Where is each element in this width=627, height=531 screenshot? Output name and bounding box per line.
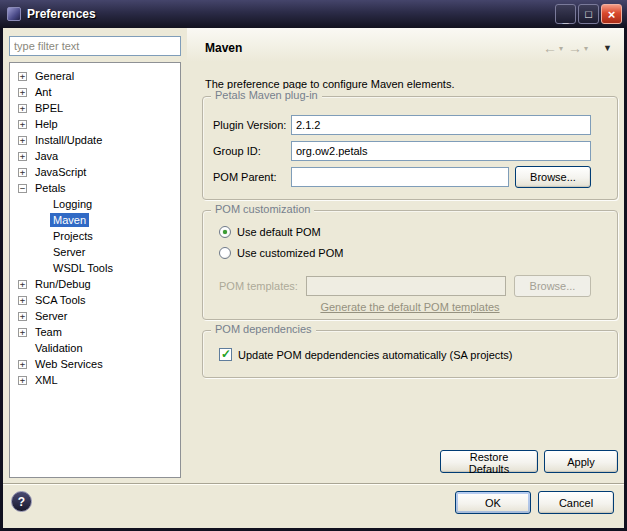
plus-expander-icon[interactable]: + — [18, 296, 27, 305]
tree-item-label[interactable]: Team — [32, 325, 65, 339]
page-title: Maven — [205, 41, 242, 55]
tree-item-label[interactable]: BPEL — [32, 101, 66, 115]
plus-expander-icon[interactable]: + — [18, 360, 27, 369]
tree-item-label[interactable]: Install/Update — [32, 133, 105, 147]
tree-item-label[interactable]: Java — [32, 149, 61, 163]
tree-item-logging[interactable]: Logging — [10, 196, 180, 212]
apply-button[interactable]: Apply — [544, 450, 618, 473]
tree-item-install-update[interactable]: +Install/Update — [10, 132, 180, 148]
back-dropdown-icon[interactable]: ▾ — [559, 44, 563, 53]
tree-item-web-services[interactable]: +Web Services — [10, 356, 180, 372]
tree-item-label[interactable]: General — [32, 69, 77, 83]
tree-item-validation[interactable]: Validation — [10, 340, 180, 356]
plus-expander-icon[interactable]: + — [18, 136, 27, 145]
tree-item-java[interactable]: +Java — [10, 148, 180, 164]
plus-expander-icon[interactable]: + — [18, 152, 27, 161]
tree-item-server[interactable]: Server — [10, 244, 180, 260]
tree-item-petals[interactable]: −Petals — [10, 180, 180, 196]
plus-expander-icon[interactable]: + — [18, 312, 27, 321]
restore-defaults-button[interactable]: Restore Defaults — [440, 450, 538, 473]
tree-item-server[interactable]: +Server — [10, 308, 180, 324]
preferences-tree: +General+Ant+BPEL+Help+Install/Update+Ja… — [9, 62, 181, 478]
tree-item-label[interactable]: XML — [32, 373, 61, 387]
tree-item-label[interactable]: Ant — [32, 85, 55, 99]
group-id-input[interactable] — [291, 141, 591, 161]
expander-spacer — [36, 232, 45, 241]
tree-item-label[interactable]: Validation — [32, 341, 86, 355]
plugin-version-label: Plugin Version: — [213, 119, 291, 131]
forward-dropdown-icon[interactable]: ▾ — [584, 44, 588, 53]
radio-label: Use default POM — [237, 226, 321, 238]
tree-item-label[interactable]: Maven — [50, 213, 89, 227]
update-pom-dependencies-checkbox[interactable]: Update POM depdendencies automatically (… — [219, 348, 513, 361]
pom-templates-input — [306, 276, 506, 296]
tree-item-bpel[interactable]: +BPEL — [10, 100, 180, 116]
minimize-button[interactable]: _ — [555, 4, 576, 24]
tree-item-general[interactable]: +General — [10, 68, 180, 84]
tree-item-wsdl-tools[interactable]: WSDL Tools — [10, 260, 180, 276]
tree-item-label[interactable]: Web Services — [32, 357, 106, 371]
pom-templates-label: POM templates: — [219, 280, 306, 292]
plus-expander-icon[interactable]: + — [18, 168, 27, 177]
tree-item-xml[interactable]: +XML — [10, 372, 180, 388]
tree-item-label[interactable]: JavaScript — [32, 165, 89, 179]
pom-parent-browse-button[interactable]: Browse... — [515, 166, 591, 188]
cancel-button[interactable]: Cancel — [538, 491, 614, 514]
use-customized-pom-radio[interactable]: Use customized POM — [219, 247, 343, 259]
tree-item-label[interactable]: Server — [50, 245, 88, 259]
radio-unselected-icon — [219, 247, 231, 259]
tree-item-javascript[interactable]: +JavaScript — [10, 164, 180, 180]
group-title: POM dependencies — [211, 323, 316, 335]
use-default-pom-radio[interactable]: Use default POM — [219, 226, 321, 238]
tree-item-label[interactable]: WSDL Tools — [50, 261, 116, 275]
pom-templates-row: POM templates: Browse... — [219, 275, 591, 297]
radio-label: Use customized POM — [237, 247, 343, 259]
filter-input[interactable] — [9, 36, 181, 56]
plus-expander-icon[interactable]: + — [18, 328, 27, 337]
expander-spacer — [36, 264, 45, 273]
ok-button[interactable]: OK — [455, 491, 531, 514]
plus-expander-icon[interactable]: + — [18, 88, 27, 97]
plugin-version-input[interactable] — [291, 115, 591, 135]
tree-item-run-debug[interactable]: +Run/Debug — [10, 276, 180, 292]
pom-parent-input[interactable] — [291, 167, 509, 187]
tree-item-sca-tools[interactable]: +SCA Tools — [10, 292, 180, 308]
plus-expander-icon[interactable]: + — [18, 376, 27, 385]
tree-item-label[interactable]: Server — [32, 309, 70, 323]
tree-item-help[interactable]: +Help — [10, 116, 180, 132]
tree-item-label[interactable]: SCA Tools — [32, 293, 89, 307]
expander-spacer — [36, 248, 45, 257]
checkbox-checked-icon — [219, 348, 232, 361]
pom-templates-browse-button: Browse... — [514, 275, 591, 297]
radio-selected-icon — [219, 226, 231, 238]
plus-expander-icon[interactable]: + — [18, 104, 27, 113]
group-id-row: Group ID: — [213, 141, 591, 161]
maximize-button[interactable]: □ — [578, 4, 599, 24]
expander-spacer — [18, 344, 27, 353]
pom-parent-row: POM Parent: Browse... — [213, 166, 591, 188]
tree-item-label[interactable]: Projects — [50, 229, 96, 243]
tree-item-maven[interactable]: Maven — [10, 212, 180, 228]
back-icon[interactable]: ← — [543, 42, 557, 54]
help-icon: ? — [18, 495, 25, 509]
forward-icon[interactable]: → — [568, 42, 582, 54]
expander-spacer — [36, 200, 45, 209]
plus-expander-icon[interactable]: + — [18, 72, 27, 81]
tree-item-label[interactable]: Petals — [32, 181, 69, 195]
tree-item-team[interactable]: +Team — [10, 324, 180, 340]
close-button[interactable]: × — [601, 4, 622, 24]
plus-expander-icon[interactable]: + — [18, 280, 27, 289]
plus-expander-icon[interactable]: + — [18, 120, 27, 129]
close-icon: × — [608, 8, 616, 21]
maximize-icon: □ — [585, 9, 592, 20]
help-button[interactable]: ? — [11, 491, 32, 512]
page-navigation: ← ▾ → ▾ ▼ — [543, 42, 612, 54]
tree-item-label[interactable]: Run/Debug — [32, 277, 94, 291]
generate-default-pom-templates-link[interactable]: Generate the default POM templates — [203, 301, 617, 313]
tree-item-ant[interactable]: +Ant — [10, 84, 180, 100]
minus-expander-icon[interactable]: − — [18, 184, 27, 193]
tree-item-label[interactable]: Logging — [50, 197, 95, 211]
tree-item-projects[interactable]: Projects — [10, 228, 180, 244]
view-menu-icon[interactable]: ▼ — [603, 43, 612, 53]
tree-item-label[interactable]: Help — [32, 117, 61, 131]
